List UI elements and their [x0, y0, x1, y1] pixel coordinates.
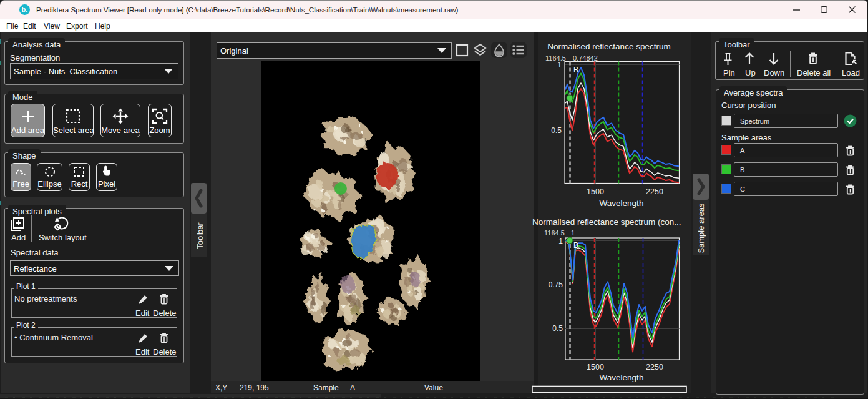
svg-text:Wavelength: Wavelength — [600, 373, 644, 382]
svg-text:0.74842: 0.74842 — [573, 54, 598, 62]
svg-text:1: 1 — [557, 61, 562, 69]
svg-text:Wavelength: Wavelength — [600, 199, 644, 208]
svg-text:2250: 2250 — [646, 363, 663, 372]
svg-text:1500: 1500 — [587, 363, 604, 372]
svg-text:1: 1 — [571, 229, 575, 237]
svg-text:1164.5: 1164.5 — [544, 229, 565, 237]
svg-text:2250: 2250 — [646, 187, 663, 196]
svg-text:Normalised reflectance spectru: Normalised reflectance spectrum (con... — [532, 217, 681, 227]
svg-text:1164.5: 1164.5 — [545, 54, 566, 62]
svg-text:1: 1 — [558, 237, 563, 245]
svg-text:Normalised reflectance spectru: Normalised reflectance spectrum — [547, 42, 670, 51]
svg-text:0.75: 0.75 — [549, 280, 563, 289]
svg-text:B: B — [573, 66, 578, 74]
svg-text:1500: 1500 — [587, 187, 604, 196]
svg-text:0.5: 0.5 — [552, 324, 563, 333]
svg-text:B: B — [573, 241, 578, 250]
svg-text:0.5: 0.5 — [551, 126, 562, 135]
